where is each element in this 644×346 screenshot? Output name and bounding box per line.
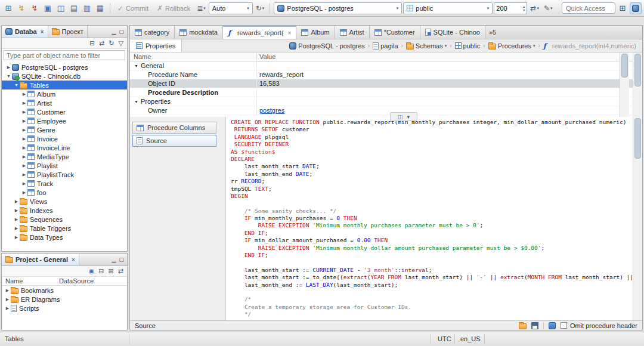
collapse-all-icon[interactable]: ⊟ [89, 39, 95, 47]
expand-arrow-icon[interactable]: ▶ [21, 155, 27, 159]
tab-properties[interactable]: Properties [130, 39, 182, 52]
scrollbar-thumb[interactable] [634, 54, 641, 86]
save-to-file-icon[interactable] [531, 322, 538, 329]
view-layout-icon[interactable]: ⊞ [109, 267, 114, 275]
tree-item-sqlite-chinook-db[interactable]: ▼SQLite - Chinook.db [2, 72, 127, 81]
close-icon[interactable]: × [288, 30, 292, 36]
owner-link[interactable]: postgres [259, 107, 284, 114]
sash-menu-icon[interactable]: ▾ [407, 114, 410, 120]
scrollbar-thumb[interactable] [621, 54, 628, 78]
tab-projects[interactable]: Проект [48, 26, 88, 38]
view-source-toggle-icon[interactable]: ◫ [398, 114, 403, 120]
expand-arrow-icon[interactable]: ▶ [13, 226, 20, 231]
source-code[interactable]: CREATE OR REPLACE FUNCTION public.reward… [231, 119, 632, 320]
network-config-button[interactable]: ⇄ ▾ [528, 3, 541, 14]
collapse-arrow-icon[interactable]: ▼ [13, 83, 20, 87]
source-code-viewer[interactable]: CREATE OR REPLACE FUNCTION public.reward… [225, 117, 642, 320]
collapse-arrow-icon[interactable]: ▼ [134, 64, 138, 68]
tree-item-playlisttrack[interactable]: ▶PlaylistTrack [2, 170, 127, 179]
property-group-properties[interactable]: ▼Properties [130, 97, 642, 106]
property-row-procedure-description[interactable]: Procedure Description [130, 88, 642, 97]
editor-tab-customer[interactable]: *Customer [370, 26, 420, 39]
editor-tab-mockdata[interactable]: mockdata [175, 26, 223, 39]
filter-menu-icon[interactable]: ▽ [119, 39, 123, 47]
refresh-button[interactable]: ↻ ▾ [254, 3, 267, 14]
expand-arrow-icon[interactable]: ▶ [21, 181, 27, 186]
side-tab-procedure-columns[interactable]: Procedure Columns [132, 122, 216, 134]
open-in-sql-editor-icon[interactable] [549, 322, 556, 329]
expand-arrow-icon[interactable]: ▶ [4, 297, 11, 302]
open-sql-script-icon[interactable]: ▤ [68, 2, 80, 14]
property-group-general[interactable]: ▼General [130, 61, 642, 70]
expand-arrow-icon[interactable]: ▶ [21, 137, 27, 141]
source-scrollbar[interactable] [633, 117, 642, 320]
tree-item-mediatype[interactable]: ▶MediaType [2, 152, 127, 161]
open-perspective-button[interactable]: ⊞ [617, 2, 628, 14]
execute-script-icon[interactable]: ▥ [81, 2, 93, 14]
panel-scrollbar[interactable] [633, 52, 642, 117]
omit-header-checkbox[interactable] [561, 322, 567, 329]
expand-arrow-icon[interactable]: ▶ [21, 190, 27, 195]
tree-item-sequences[interactable]: ▶Sequences [2, 215, 127, 224]
expand-arrow-icon[interactable]: ▶ [21, 110, 27, 115]
minimize-icon[interactable]: ▁ [112, 29, 116, 35]
connect-icon[interactable]: ↯ [16, 2, 27, 14]
transaction-log-button[interactable]: ≣ ▾ [195, 3, 208, 14]
tab-overflow-button[interactable]: »5 [485, 26, 500, 39]
tree-item-indexes[interactable]: ▶Indexes [2, 206, 127, 215]
tab-project-general[interactable]: Project - General × [2, 254, 79, 265]
expand-arrow-icon[interactable]: ▶ [21, 128, 27, 132]
maximize-icon[interactable]: ▢ [119, 257, 124, 262]
close-icon[interactable]: × [72, 257, 75, 263]
breadcrumb-item-pagila[interactable]: pagila [371, 42, 399, 50]
fetch-size-stepper[interactable]: ▴▾ [494, 2, 527, 14]
expand-arrow-icon[interactable]: ▶ [21, 119, 27, 123]
fetch-size-input[interactable] [496, 5, 515, 12]
tree-item-track[interactable]: ▶Track [2, 179, 127, 188]
quick-access-input[interactable] [562, 2, 615, 14]
property-row-procedure-name[interactable]: Procedure Namerewards_report [130, 70, 642, 79]
grid-column-value[interactable]: Value [257, 53, 275, 60]
tree-item-playlist[interactable]: ▶Playlist [2, 161, 127, 170]
collapse-arrow-icon[interactable]: ▼ [5, 74, 12, 78]
expand-arrow-icon[interactable]: ▶ [13, 235, 20, 240]
tree-item-postgresql-postgres[interactable]: ▶PostgreSQL - postgres [2, 63, 127, 72]
property-row-object-id[interactable]: Object ID16,583 [130, 79, 642, 88]
connection-select[interactable]: PostgreSQL - postgres ▾ [274, 2, 402, 14]
collapse-arrow-icon[interactable]: ▼ [134, 100, 138, 104]
property-row-owner[interactable]: Ownerpostgres [130, 106, 642, 115]
tree-item-tables[interactable]: ▼Tables [2, 81, 127, 89]
breadcrumb-item-schemas[interactable]: Schemas▾ [405, 42, 448, 50]
editor-tab-artist[interactable]: Artist [335, 26, 370, 39]
expand-arrow-icon[interactable]: ▶ [4, 288, 11, 293]
tree-item-artist[interactable]: ▶Artist [2, 98, 127, 107]
breadcrumb-item-rewards-report-int4-numeric[interactable]: rewards_report(int4,numeric) [542, 42, 637, 50]
maximize-icon[interactable]: ▢ [119, 29, 124, 35]
expand-arrow-icon[interactable]: ▶ [5, 65, 12, 70]
sql-editor-icon[interactable]: ▣ [42, 2, 54, 14]
link-project-icon[interactable]: ⇄ [118, 267, 123, 275]
spinner-arrows-icon[interactable]: ▴▾ [523, 5, 525, 12]
scrollbar-thumb[interactable] [634, 118, 641, 159]
expand-arrow-icon[interactable]: ▶ [4, 306, 11, 311]
expand-arrow-icon[interactable]: ▶ [21, 101, 27, 106]
tree-item-invoice[interactable]: ▶Invoice [2, 134, 127, 143]
commit-button[interactable]: ✓ Commit [114, 3, 152, 14]
status-locale[interactable]: en_US [460, 335, 481, 342]
link-with-editor-icon[interactable]: ⇄ [99, 39, 104, 47]
tree-item-views[interactable]: ▶Views [2, 197, 127, 206]
new-sql-editor-icon[interactable]: ◫ [55, 2, 67, 14]
load-from-file-icon[interactable] [519, 323, 527, 329]
expand-arrow-icon[interactable]: ▶ [21, 172, 27, 177]
grid-column-name[interactable]: Name [130, 53, 257, 60]
tab-database-navigator[interactable]: Databa × [2, 26, 48, 38]
tree-item-table-triggers[interactable]: ▶Table Triggers [2, 224, 127, 233]
tree-item-foo[interactable]: ▶foo [2, 188, 127, 197]
expand-arrow-icon[interactable]: ▶ [13, 208, 20, 213]
editor-tab-rewards-report[interactable]: rewards_report(× [223, 26, 296, 39]
project-item-er-diagrams[interactable]: ▶ER Diagrams [2, 295, 127, 304]
tree-item-employee[interactable]: ▶Employee [2, 116, 127, 125]
breadcrumb-item-public[interactable]: public [454, 42, 482, 50]
expand-arrow-icon[interactable]: ▶ [21, 92, 27, 97]
column-name[interactable]: Name [2, 277, 59, 285]
